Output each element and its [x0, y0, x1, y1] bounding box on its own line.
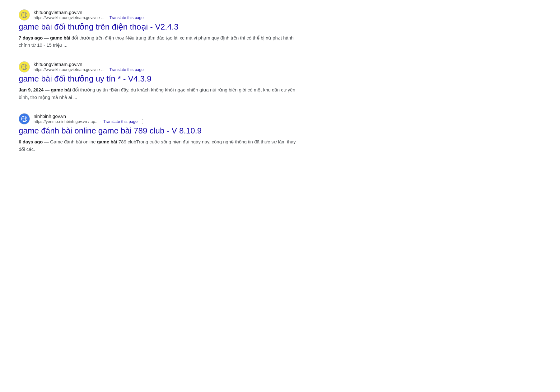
- site-favicon: [19, 61, 30, 72]
- result-snippet: 7 days ago — game bài đổi thưởng trên đi…: [19, 34, 299, 49]
- search-result-item: khituongvietnam.gov.vn https://www.khitu…: [19, 61, 299, 101]
- site-favicon: [19, 113, 30, 124]
- site-url-row: https://www.khituongvietnam.gov.vn › ...…: [34, 15, 152, 21]
- search-result-item: ninhbinh.gov.vn https://yenmo.ninhbinh.g…: [19, 113, 299, 153]
- search-results-list: khituongvietnam.gov.vn https://www.khitu…: [19, 9, 541, 153]
- site-url: https://www.khituongvietnam.gov.vn › ...: [34, 15, 105, 20]
- result-header: ninhbinh.gov.vn https://yenmo.ninhbinh.g…: [19, 113, 299, 124]
- site-url-row: https://www.khituongvietnam.gov.vn › ...…: [34, 67, 152, 72]
- result-title[interactable]: game đánh bài online game bài 789 club -…: [19, 126, 299, 136]
- result-snippet: 6 days ago — Game đánh bài online game b…: [19, 138, 299, 153]
- site-name: khituongvietnam.gov.vn: [34, 62, 152, 67]
- site-info: khituongvietnam.gov.vn https://www.khitu…: [34, 10, 152, 21]
- result-header: khituongvietnam.gov.vn https://www.khitu…: [19, 9, 299, 21]
- site-info: ninhbinh.gov.vn https://yenmo.ninhbinh.g…: [34, 114, 146, 124]
- translate-link[interactable]: Translate this page: [103, 119, 138, 124]
- search-result-item: khituongvietnam.gov.vn https://www.khitu…: [19, 9, 299, 49]
- dot-separator: ·: [106, 67, 108, 72]
- site-name: khituongvietnam.gov.vn: [34, 10, 152, 15]
- dot-separator: ·: [106, 15, 108, 20]
- site-url: https://yenmo.ninhbinh.gov.vn › ap...: [34, 119, 99, 124]
- result-snippet: Jan 9, 2024 — game bài đổi thưởng uy tín…: [19, 86, 299, 101]
- dot-separator: ·: [100, 119, 102, 124]
- translate-link[interactable]: Translate this page: [110, 15, 144, 20]
- site-url: https://www.khituongvietnam.gov.vn › ...: [34, 67, 105, 72]
- site-favicon: [19, 9, 30, 21]
- more-options-icon[interactable]: ⋮: [146, 15, 152, 21]
- translate-link[interactable]: Translate this page: [110, 67, 144, 72]
- site-name: ninhbinh.gov.vn: [34, 114, 146, 119]
- site-url-row: https://yenmo.ninhbinh.gov.vn › ap... · …: [34, 119, 146, 124]
- result-header: khituongvietnam.gov.vn https://www.khitu…: [19, 61, 299, 72]
- result-title[interactable]: game bài đổi thưởng trên điện thoại - V2…: [19, 22, 299, 32]
- site-info: khituongvietnam.gov.vn https://www.khitu…: [34, 62, 152, 72]
- result-title[interactable]: game bài đổi thưởng uy tín * - V4.3.9: [19, 74, 299, 84]
- more-options-icon[interactable]: ⋮: [146, 67, 152, 72]
- more-options-icon[interactable]: ⋮: [140, 119, 146, 124]
